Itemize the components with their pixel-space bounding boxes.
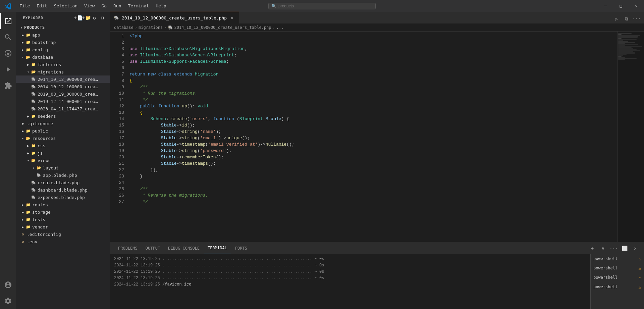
tab-output[interactable]: OUTPUT: [142, 242, 164, 254]
root-folder-item[interactable]: ▾ PRODUCTS: [16, 24, 110, 31]
menu-view[interactable]: View: [81, 2, 98, 10]
sidebar-item-vendor[interactable]: ▶ 📁 vendor: [16, 223, 110, 230]
sidebar-item-layout[interactable]: ▾ 📂 layout: [16, 164, 110, 171]
search-bar[interactable]: 🔍: [268, 3, 376, 9]
root-folder-label: PRODUCTS: [24, 25, 45, 30]
menu-terminal[interactable]: Terminal: [125, 2, 153, 10]
activity-accounts[interactable]: [0, 277, 16, 293]
warning-icon: ⚠: [639, 284, 641, 290]
tab-label: 2014_10_12_000000_create_users_table.php: [122, 15, 227, 20]
sidebar-item-file-personal-access[interactable]: 🐘 2019_12_14_000001_create_personal_acce…: [16, 98, 110, 105]
env-icon: ⚙: [20, 239, 25, 244]
activity-search[interactable]: [0, 29, 16, 45]
sidebar-item-app[interactable]: ▶ 📁 app: [16, 31, 110, 39]
new-folder-button[interactable]: +📁: [83, 14, 90, 21]
sidebar-item-routes[interactable]: ▶ 📁 routes: [16, 201, 110, 208]
activity-source-control[interactable]: [0, 45, 16, 61]
terminal-more-button[interactable]: ···: [609, 244, 619, 253]
terminal-content[interactable]: 2024-11-22 13:19:25 ....................…: [110, 254, 590, 309]
sidebar-item-tests[interactable]: ▶ 📁 tests: [16, 216, 110, 223]
menu-selection[interactable]: Selection: [51, 2, 81, 10]
tab-bar: 🐘 2014_10_12_000000_create_users_table.p…: [110, 12, 644, 23]
sidebar-item-create-blade[interactable]: 🐘 create.blade.php: [16, 179, 110, 186]
sidebar-item-gitignore[interactable]: ◆ .gitignore: [16, 120, 110, 127]
refresh-button[interactable]: ↻: [91, 14, 98, 21]
search-input[interactable]: [278, 4, 373, 8]
code-content[interactable]: <?php use Illuminate\Database\Migrations…: [127, 32, 617, 242]
root-folder-arrow: ▾: [19, 25, 24, 30]
menu-go[interactable]: Go: [98, 2, 110, 10]
sidebar-item-file-password-reset[interactable]: 🐘 2014_10_12_100000_create_password_rese…: [16, 83, 110, 90]
sidebar-item-file-failed-jobs[interactable]: 🐘 2019_08_19_000000_create_failed_jobs_t…: [16, 90, 110, 98]
sidebar-item-views[interactable]: ▾ 📂 views: [16, 157, 110, 164]
new-terminal-button[interactable]: +: [588, 244, 597, 253]
activity-settings[interactable]: [0, 293, 16, 309]
powershell-instance-1[interactable]: powershell ⚠: [591, 254, 644, 263]
menu-file[interactable]: File: [16, 2, 33, 10]
activity-extensions[interactable]: [0, 78, 16, 94]
activity-explorer[interactable]: [0, 13, 16, 29]
maximize-button[interactable]: □: [613, 0, 629, 12]
config-icon: ⚙: [20, 231, 25, 237]
powershell-instance-2[interactable]: powershell ⚠: [591, 263, 644, 273]
sidebar-header: EXPLORER +📄 +📁 ↻ ⊟: [16, 12, 110, 24]
php-file-icon: 🐘: [31, 84, 36, 89]
folder-icon-open: 📂: [31, 69, 36, 74]
sidebar-item-public[interactable]: ▶ 📁 public: [16, 127, 110, 135]
code-editor: 12345 678910 1112131415 1617181920 21222…: [110, 32, 644, 242]
terminal-split-button[interactable]: ∨: [598, 244, 608, 253]
terminal-line: 2024-11-22 13:19:25 ....................…: [114, 262, 586, 269]
minimize-button[interactable]: ─: [598, 0, 613, 12]
powershell-instance-4[interactable]: powershell ⚠: [591, 282, 644, 292]
tab-problems[interactable]: PROBLEMS: [114, 242, 142, 254]
sidebar-item-database[interactable]: ▾ 📂 database: [16, 53, 110, 61]
sidebar-item-editorconfig[interactable]: ⚙ .editorconfig: [16, 230, 110, 238]
menu-edit[interactable]: Edit: [33, 2, 50, 10]
sidebar-item-expenses-blade[interactable]: 🐘 expenses.blade.php: [16, 194, 110, 201]
tab-terminal[interactable]: TERMINAL: [204, 242, 231, 254]
close-tab-button[interactable]: ✕: [229, 15, 235, 20]
tab-ports[interactable]: PORTS: [231, 242, 251, 254]
more-actions-button[interactable]: ···: [632, 14, 641, 23]
breadcrumb-database[interactable]: database: [114, 25, 133, 30]
terminal-side-panel: powershell ⚠ powershell ⚠ powershell ⚠: [590, 254, 644, 309]
tab-debug-console[interactable]: DEBUG CONSOLE: [164, 242, 204, 254]
terminal-close-button[interactable]: ✕: [631, 244, 640, 253]
powershell-instance-3[interactable]: powershell ⚠: [591, 273, 644, 282]
folder-icon-open: 📂: [25, 54, 31, 60]
sidebar-item-config[interactable]: ▶ 📁 config: [16, 46, 110, 53]
sidebar-item-migrations[interactable]: ▾ 📂 migrations: [16, 68, 110, 75]
terminal-tabs: PROBLEMS OUTPUT DEBUG CONSOLE TERMINAL P…: [110, 242, 644, 254]
breadcrumb-file[interactable]: 2014_10_12_000000_create_users_table.php: [174, 25, 271, 30]
new-file-button[interactable]: +📄: [75, 14, 82, 21]
sidebar-item-css[interactable]: ▶ 📁 css: [16, 142, 110, 149]
collapse-button[interactable]: ⊟: [99, 14, 106, 21]
menu-run[interactable]: Run: [110, 2, 124, 10]
menu-bar: File Edit Selection View Go Run Terminal…: [16, 2, 169, 10]
close-button[interactable]: ✕: [629, 0, 644, 12]
folder-icon: 📁: [25, 47, 31, 52]
split-editor-button[interactable]: ⧉: [622, 14, 631, 23]
php-file-icon: 🐘: [31, 76, 36, 82]
tab-users-table[interactable]: 🐘 2014_10_12_000000_create_users_table.p…: [110, 12, 239, 23]
sidebar-item-js[interactable]: ▶ 📁 js: [16, 149, 110, 157]
sidebar-item-env[interactable]: ⚙ .env: [16, 238, 110, 245]
sidebar-item-dashboard-blade[interactable]: 🐘 dashboard.blade.php: [16, 186, 110, 194]
sidebar-item-factories[interactable]: ▶ 📁 factories: [16, 61, 110, 68]
folder-icon: 📁: [25, 209, 31, 215]
sidebar-item-resources[interactable]: ▾ 📂 resources: [16, 135, 110, 142]
sidebar-item-app-blade[interactable]: 🐘 app.blade.php: [16, 171, 110, 179]
activity-run-debug[interactable]: [0, 61, 16, 78]
sidebar: EXPLORER +📄 +📁 ↻ ⊟ ▾ PRODUCTS ▶ 📁 app ▶: [16, 12, 110, 309]
run-button[interactable]: ▷: [612, 14, 621, 23]
sidebar-item-file-expenses-table[interactable]: 🐘 2023_04_11_174437_create_expenses_tabl…: [16, 105, 110, 112]
breadcrumb-symbol[interactable]: ...: [276, 25, 284, 30]
breadcrumb-migrations[interactable]: migrations: [139, 25, 163, 30]
sidebar-item-file-users-table[interactable]: 🐘 2014_10_12_000000_create_users_table.p…: [16, 75, 110, 83]
tab-actions: ▷ ⧉ ···: [612, 14, 644, 23]
sidebar-item-storage[interactable]: ▶ 📁 storage: [16, 208, 110, 216]
menu-help[interactable]: Help: [152, 2, 169, 10]
sidebar-item-seeders[interactable]: ▶ 📁 seeders: [16, 112, 110, 120]
terminal-maximize-button[interactable]: ⬜: [620, 244, 629, 253]
sidebar-item-bootstrap[interactable]: ▶ 📁 bootstrap: [16, 39, 110, 46]
